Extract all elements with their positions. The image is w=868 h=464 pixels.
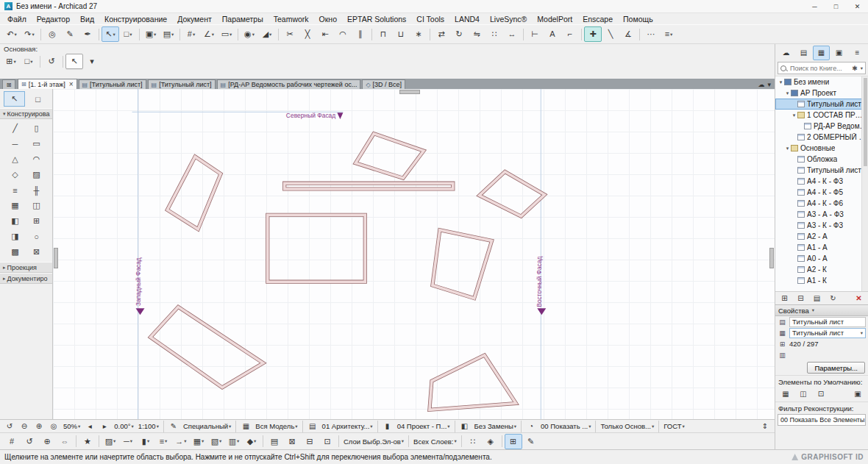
- column-tool[interactable]: ▯: [26, 121, 47, 136]
- zone-tool[interactable]: ▨: [26, 167, 47, 182]
- redo-icon[interactable]: ↷▾: [21, 26, 38, 42]
- document-tab[interactable]: ◇[3D / Все]: [362, 79, 405, 89]
- facade-label[interactable]: Западный Фасад: [134, 257, 141, 306]
- grid-snap-icon[interactable]: #▾: [182, 26, 200, 42]
- opening-tool[interactable]: ⊠: [26, 244, 47, 260]
- offset-icon[interactable]: ∥: [352, 26, 369, 42]
- text-icon[interactable]: A: [544, 26, 561, 42]
- curtain-wall-tool[interactable]: ▦: [4, 198, 26, 213]
- pen-set-name-select[interactable]: Специальный▾: [181, 421, 233, 432]
- tree-item[interactable]: РД-АР Ведомость р...: [775, 121, 868, 132]
- slab-tool[interactable]: ▭: [26, 136, 47, 151]
- layer-hide-icon[interactable]: ⊟: [301, 434, 319, 449]
- marquee-tool-icon[interactable]: □▾: [119, 26, 137, 42]
- close-icon[interactable]: ✕: [847, 0, 868, 13]
- window-tool[interactable]: ⊞: [26, 213, 47, 229]
- toolbox-section-header[interactable]: ▸Проекция: [0, 262, 52, 273]
- scissors-icon[interactable]: ✂: [281, 26, 299, 42]
- line-type-icon[interactable]: ─▾: [119, 434, 137, 449]
- update-icon[interactable]: ↻: [825, 292, 841, 304]
- quick-options-icon[interactable]: ⊞: [505, 434, 522, 449]
- menu-item[interactable]: Teamwork: [268, 15, 314, 24]
- tree-item[interactable]: ▾Без имени: [775, 76, 868, 88]
- settings-button[interactable]: Параметры...: [807, 362, 865, 374]
- tree-scrollbar[interactable]: [861, 76, 868, 291]
- renovation-filter-select[interactable]: 00 Показать ...▾: [538, 421, 593, 432]
- zoom-out-icon[interactable]: ⊖: [17, 421, 32, 432]
- arrow-tool-icon[interactable]: ↖▾: [102, 26, 119, 42]
- menu-item[interactable]: Окно: [314, 15, 342, 24]
- line-weight-icon[interactable]: ≡▾: [154, 434, 172, 449]
- menu-item[interactable]: Вид: [75, 15, 99, 24]
- coordinates-icon[interactable]: #: [3, 434, 21, 449]
- lamp-tool[interactable]: ○: [26, 229, 47, 244]
- fillet-icon[interactable]: ◠: [334, 26, 352, 42]
- toolbox-section-header[interactable]: ▾Конструирова: [0, 108, 52, 119]
- gear-icon[interactable]: ✱: [852, 65, 858, 72]
- tree-item[interactable]: ▾АР Проект: [775, 88, 868, 99]
- partial-structure-icon[interactable]: ▦: [238, 421, 253, 432]
- publisher-icon[interactable]: ▣: [830, 46, 847, 60]
- snap-guides-icon[interactable]: ◉▾: [241, 26, 258, 42]
- search-input[interactable]: [789, 64, 850, 73]
- title-defaults-icon[interactable]: ⊡: [813, 388, 829, 401]
- menu-item[interactable]: Документ: [172, 15, 217, 24]
- toolbox-section-header[interactable]: ▸Документиро: [0, 273, 52, 284]
- split-icon[interactable]: ╳: [299, 26, 316, 42]
- pickup-parameters-icon[interactable]: ✎: [61, 26, 79, 42]
- tree-item[interactable]: Титульный лист: [775, 165, 868, 176]
- standard-mode-icon[interactable]: ⊞▾: [2, 54, 20, 69]
- document-tab[interactable]: ▤[РД-АР Ведомость рабочих чертежей ос...: [217, 79, 361, 89]
- structure-display-select[interactable]: Только Основ...▾: [598, 421, 656, 432]
- wall-tool[interactable]: ╱: [4, 121, 26, 136]
- previous-view-icon[interactable]: ◂: [82, 421, 97, 432]
- crosshair-snap-icon[interactable]: ✚: [584, 26, 602, 42]
- bar-options-icon[interactable]: ⇕: [758, 421, 772, 432]
- selected-element-layers[interactable]: Слои Выбр.Эл-ов▾: [341, 438, 406, 446]
- tree-item[interactable]: А4 - К - Ф3: [775, 176, 868, 187]
- pan-tool-icon[interactable]: ⇔: [56, 434, 74, 449]
- object-tool[interactable]: ◫: [26, 198, 47, 213]
- delete-icon[interactable]: ✕: [851, 292, 867, 304]
- menu-item[interactable]: LAND4: [449, 15, 485, 24]
- properties-header[interactable]: Свойства ▾: [775, 304, 868, 316]
- stretch-icon[interactable]: ↔: [503, 26, 521, 42]
- tree-item[interactable]: Титульный лист: [775, 99, 868, 110]
- graphic-override-icon[interactable]: ◧: [458, 421, 472, 432]
- composite-icon[interactable]: ▥▾: [225, 434, 243, 449]
- arrowhead-icon[interactable]: →▾: [172, 434, 190, 449]
- guide-lines-icon[interactable]: ∠▾: [200, 26, 218, 42]
- layout-name-field[interactable]: Титульный лист: [789, 317, 866, 327]
- pen-set-2-name-select[interactable]: 04 Проект - П...▾: [395, 421, 452, 432]
- orbit-icon[interactable]: ↺: [43, 54, 60, 69]
- pen-set-icon[interactable]: ✎: [166, 421, 181, 432]
- renovation-filter-select[interactable]: 00 Показать Все Элементы ▾: [778, 414, 866, 426]
- rotate-view-icon[interactable]: ↺: [21, 434, 38, 449]
- tab-overview-icon[interactable]: ⊞: [2, 79, 15, 89]
- tree-item[interactable]: А1 - К: [775, 275, 868, 286]
- profile-icon[interactable]: ◆▾: [243, 434, 260, 449]
- navigate-back-icon[interactable]: ↺: [2, 421, 17, 432]
- zoom-in-icon[interactable]: ⊕: [32, 421, 46, 432]
- layer-combination-name-select[interactable]: 01 Архитекту...▾: [320, 421, 375, 432]
- zoom-tool-icon[interactable]: ⊕: [38, 434, 56, 449]
- arrow-mode-more-icon[interactable]: ▾: [83, 54, 101, 69]
- snap-toggle-icon[interactable]: ∷: [464, 434, 482, 449]
- menu-item[interactable]: LiveSync®: [485, 15, 532, 24]
- menu-item[interactable]: Редактор: [32, 15, 75, 24]
- tree-item[interactable]: ▾Основные: [775, 143, 868, 154]
- tree-item[interactable]: А3 - А - Ф3: [775, 209, 868, 220]
- undo-icon[interactable]: ↶▾: [3, 26, 21, 42]
- zoom-level-select[interactable]: 50%▾: [61, 421, 82, 432]
- grid-defaults-icon[interactable]: ▦: [778, 388, 794, 401]
- menu-item[interactable]: Конструирование: [99, 15, 172, 24]
- skylight-tool[interactable]: ◨: [4, 229, 26, 244]
- dimension-standard-select[interactable]: ГОСТ▾: [661, 421, 687, 432]
- element-settings-icon[interactable]: ▣▾: [142, 26, 160, 42]
- orientation-select[interactable]: 0.00°▾: [112, 421, 136, 432]
- close-icon[interactable]: ×: [69, 81, 74, 88]
- mesh-tool[interactable]: ▩: [4, 244, 26, 260]
- layer-quick-icon[interactable]: ▤: [266, 434, 283, 449]
- selection-mode-icon[interactable]: □▾: [20, 54, 38, 69]
- marquee-tool[interactable]: □: [27, 91, 49, 107]
